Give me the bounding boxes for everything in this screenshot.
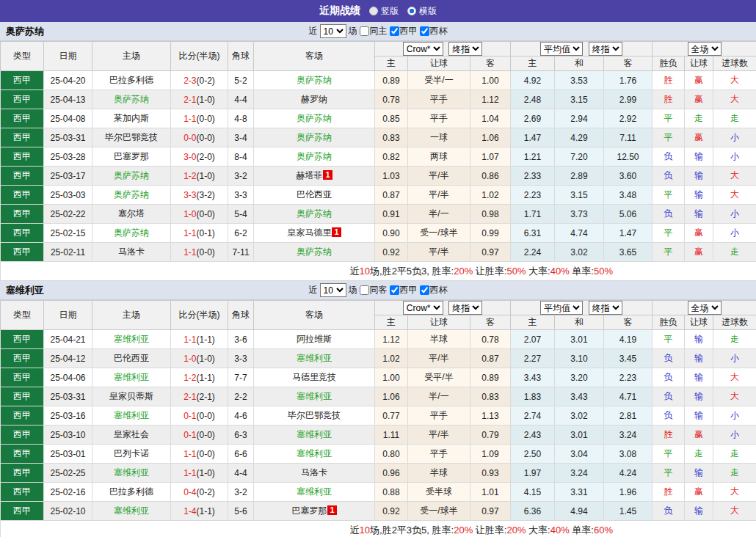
league-option[interactable]: 西甲 — [390, 284, 418, 296]
away-team: 赫塔菲1 — [254, 167, 375, 186]
corner-cell: 6-3 — [228, 425, 254, 445]
cup-option[interactable]: 西杯 — [420, 284, 448, 296]
cup-checkbox[interactable] — [420, 26, 429, 36]
result-goals: 走 — [713, 464, 756, 483]
cup-checkbox[interactable] — [420, 285, 429, 295]
avg-home: 2.69 — [511, 109, 555, 128]
corner-cell: 4-8 — [228, 109, 254, 128]
result-outcome: 胜 — [653, 425, 685, 445]
radio-selected-icon[interactable] — [407, 7, 416, 15]
score-cell: 2-3(0-2) — [171, 71, 228, 90]
date-cell: 25-03-28 — [44, 147, 92, 167]
result-outcome: 平 — [653, 243, 685, 262]
radio-vertical-label: 竖版 — [381, 5, 399, 18]
odds-home: 0.96 — [375, 464, 408, 483]
average-select[interactable]: 平均值 — [540, 42, 583, 56]
corner-cell: 3-2 — [228, 167, 254, 186]
result-handicap: 赢 — [685, 128, 713, 147]
avg-home: 2.23 — [511, 186, 555, 205]
avg-away: 1.96 — [604, 483, 653, 502]
cup-option[interactable]: 西杯 — [420, 25, 448, 37]
avg-home: 2.07 — [511, 330, 555, 349]
league-cell: 西甲 — [1, 147, 44, 167]
score-cell: 2-1(1-0) — [171, 90, 228, 109]
avg-away: 2.92 — [604, 109, 653, 128]
league-checkbox[interactable] — [390, 285, 399, 295]
same-venue-option[interactable]: 同客 — [360, 284, 388, 296]
odds-home: 1.06 — [375, 387, 408, 406]
odds-handicap: 受平/半 — [408, 368, 470, 387]
odds-home: 0.85 — [375, 109, 408, 128]
odds-handicap: 平手 — [408, 406, 470, 425]
score-cell: 3-0(2-0) — [171, 147, 228, 167]
result-outcome: 平 — [653, 445, 685, 464]
average-final-select[interactable]: 终指 — [589, 301, 622, 315]
date-cell: 25-03-16 — [44, 406, 92, 425]
average-final-select[interactable]: 终指 — [589, 42, 622, 56]
odds-company-select[interactable]: Crow* — [403, 42, 443, 56]
result-outcome: 胜 — [653, 71, 685, 90]
odds-away: 1.02 — [470, 186, 511, 205]
score-cell: 1-4(1-1) — [171, 502, 228, 521]
near-label: 近 — [309, 25, 318, 37]
final-odds-select[interactable]: 终指 — [448, 301, 482, 315]
avg-away: 3.24 — [604, 425, 653, 445]
final-odds-select[interactable]: 终指 — [448, 42, 482, 56]
away-team: 塞维利亚 — [254, 445, 375, 464]
odds-company-group: Crow* 终指 — [375, 301, 511, 315]
summary-row: 近10场,胜2平5负3, 胜率:20% 让胜率:50% 大率:40% 单率:50… — [1, 262, 756, 281]
col-header-away: 客场 — [254, 301, 375, 330]
result-handicap: 输 — [685, 387, 713, 406]
radio-vertical[interactable]: 竖版 — [369, 5, 399, 18]
league-checkbox[interactable] — [390, 26, 399, 36]
odds-away: 1.13 — [470, 406, 511, 425]
away-team: 赫罗纳 — [254, 90, 375, 109]
fulltime-select[interactable]: 全场 — [688, 42, 722, 56]
match-row: 西甲25-04-20巴拉多利德2-3(0-2)5-2奥萨苏纳0.89受半/一1.… — [1, 71, 756, 90]
sub-header-away-odds: 客 — [470, 56, 511, 71]
home-team: 塞维利亚 — [92, 406, 171, 425]
radio-unselected-icon[interactable] — [369, 7, 378, 15]
radio-horizontal[interactable]: 横版 — [407, 5, 437, 18]
corner-cell: 8-4 — [228, 147, 254, 167]
avg-draw: 3.31 — [555, 483, 604, 502]
match-row: 西甲25-03-31毕尔巴鄂竞技0-0(0-0)3-4奥萨苏纳0.83一球1.0… — [1, 128, 756, 147]
result-goals: 小 — [713, 349, 756, 368]
avg-draw: 3.53 — [555, 71, 604, 90]
odds-company-select[interactable]: Crow* — [403, 301, 443, 315]
sub-header-home-odds: 主 — [375, 315, 408, 330]
average-select[interactable]: 平均值 — [540, 301, 583, 315]
match-row: 西甲25-02-25塞维利亚1-1(1-0)4-4马洛卡0.96半球0.931.… — [1, 464, 756, 483]
avg-home: 2.33 — [511, 167, 555, 186]
odds-handicap: 受一/球半 — [408, 224, 470, 243]
result-handicap: 赢 — [685, 71, 713, 90]
league-cell: 西甲 — [1, 502, 44, 521]
games-count-select[interactable]: 10 — [320, 24, 346, 38]
avg-draw: 2.94 — [555, 109, 604, 128]
result-outcome: 平 — [653, 128, 685, 147]
corner-cell: 3-3 — [228, 186, 254, 205]
league-option[interactable]: 西甲 — [390, 25, 418, 37]
match-row: 西甲25-03-17奥萨苏纳1-2(1-0)3-2赫塔菲11.03平/半0.86… — [1, 167, 756, 186]
same-venue-checkbox[interactable] — [360, 285, 369, 295]
result-goals: 走 — [713, 243, 756, 262]
same-venue-option[interactable]: 同主 — [360, 25, 388, 37]
games-count-select[interactable]: 10 — [320, 283, 346, 297]
date-cell: 25-02-25 — [44, 464, 92, 483]
odds-home: 1.02 — [375, 349, 408, 368]
avg-away: 7.11 — [604, 128, 653, 147]
avg-home: 6.36 — [511, 502, 555, 521]
avg-draw: 3.73 — [555, 205, 604, 224]
match-row: 西甲25-03-10皇家社会0-1(0-0)6-3塞维利亚1.11平/半0.79… — [1, 425, 756, 445]
fulltime-select[interactable]: 全场 — [688, 301, 722, 315]
league-cell: 西甲 — [1, 445, 44, 464]
avg-away: 2.99 — [604, 90, 653, 109]
avg-draw: 3.04 — [555, 445, 604, 464]
result-outcome: 平 — [653, 464, 685, 483]
away-team: 奥萨苏纳 — [254, 128, 375, 147]
odds-away: 0.78 — [470, 330, 511, 349]
sub-header-avg-home: 主 — [511, 56, 555, 71]
avg-draw: 3.01 — [555, 330, 604, 349]
result-goals: 小 — [713, 425, 756, 445]
same-venue-checkbox[interactable] — [360, 26, 369, 36]
